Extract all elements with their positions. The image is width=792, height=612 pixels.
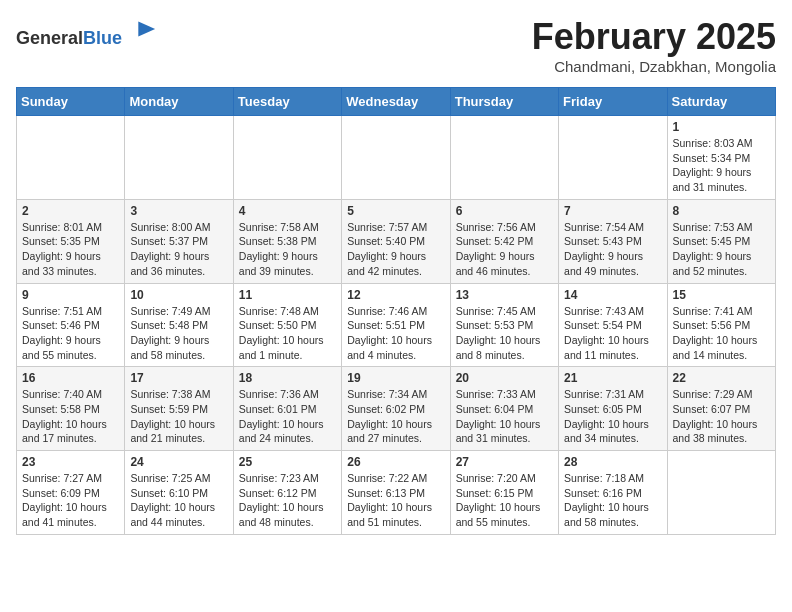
calendar-cell xyxy=(125,116,233,200)
day-number: 11 xyxy=(239,288,336,302)
day-number: 20 xyxy=(456,371,553,385)
weekday-header: Tuesday xyxy=(233,88,341,116)
day-info: Sunrise: 7:20 AM Sunset: 6:15 PM Dayligh… xyxy=(456,471,553,530)
day-number: 4 xyxy=(239,204,336,218)
day-info: Sunrise: 7:25 AM Sunset: 6:10 PM Dayligh… xyxy=(130,471,227,530)
day-info: Sunrise: 8:00 AM Sunset: 5:37 PM Dayligh… xyxy=(130,220,227,279)
calendar-cell xyxy=(17,116,125,200)
day-number: 8 xyxy=(673,204,770,218)
day-number: 7 xyxy=(564,204,661,218)
calendar-cell: 15Sunrise: 7:41 AM Sunset: 5:56 PM Dayli… xyxy=(667,283,775,367)
day-info: Sunrise: 7:57 AM Sunset: 5:40 PM Dayligh… xyxy=(347,220,444,279)
calendar-week-row: 2Sunrise: 8:01 AM Sunset: 5:35 PM Daylig… xyxy=(17,199,776,283)
day-number: 10 xyxy=(130,288,227,302)
day-info: Sunrise: 7:49 AM Sunset: 5:48 PM Dayligh… xyxy=(130,304,227,363)
calendar-cell: 23Sunrise: 7:27 AM Sunset: 6:09 PM Dayli… xyxy=(17,451,125,535)
day-info: Sunrise: 7:43 AM Sunset: 5:54 PM Dayligh… xyxy=(564,304,661,363)
logo: GeneralBlue xyxy=(16,16,157,49)
page-header: GeneralBlue February 2025 Chandmani, Dza… xyxy=(16,16,776,75)
day-info: Sunrise: 7:40 AM Sunset: 5:58 PM Dayligh… xyxy=(22,387,119,446)
day-info: Sunrise: 7:33 AM Sunset: 6:04 PM Dayligh… xyxy=(456,387,553,446)
calendar-cell: 21Sunrise: 7:31 AM Sunset: 6:05 PM Dayli… xyxy=(559,367,667,451)
calendar-cell: 24Sunrise: 7:25 AM Sunset: 6:10 PM Dayli… xyxy=(125,451,233,535)
day-info: Sunrise: 7:36 AM Sunset: 6:01 PM Dayligh… xyxy=(239,387,336,446)
day-info: Sunrise: 7:48 AM Sunset: 5:50 PM Dayligh… xyxy=(239,304,336,363)
title-block: February 2025 Chandmani, Dzabkhan, Mongo… xyxy=(532,16,776,75)
calendar-cell xyxy=(667,451,775,535)
day-info: Sunrise: 7:18 AM Sunset: 6:16 PM Dayligh… xyxy=(564,471,661,530)
calendar-cell: 27Sunrise: 7:20 AM Sunset: 6:15 PM Dayli… xyxy=(450,451,558,535)
day-number: 24 xyxy=(130,455,227,469)
calendar-cell xyxy=(233,116,341,200)
svg-marker-0 xyxy=(138,22,155,37)
calendar-cell: 20Sunrise: 7:33 AM Sunset: 6:04 PM Dayli… xyxy=(450,367,558,451)
day-info: Sunrise: 7:56 AM Sunset: 5:42 PM Dayligh… xyxy=(456,220,553,279)
day-info: Sunrise: 7:45 AM Sunset: 5:53 PM Dayligh… xyxy=(456,304,553,363)
day-info: Sunrise: 7:27 AM Sunset: 6:09 PM Dayligh… xyxy=(22,471,119,530)
day-info: Sunrise: 7:54 AM Sunset: 5:43 PM Dayligh… xyxy=(564,220,661,279)
calendar-week-row: 16Sunrise: 7:40 AM Sunset: 5:58 PM Dayli… xyxy=(17,367,776,451)
month-title: February 2025 xyxy=(532,16,776,58)
calendar-cell: 25Sunrise: 7:23 AM Sunset: 6:12 PM Dayli… xyxy=(233,451,341,535)
calendar-week-row: 9Sunrise: 7:51 AM Sunset: 5:46 PM Daylig… xyxy=(17,283,776,367)
calendar-cell: 2Sunrise: 8:01 AM Sunset: 5:35 PM Daylig… xyxy=(17,199,125,283)
weekday-header: Thursday xyxy=(450,88,558,116)
logo-general: General xyxy=(16,28,83,48)
day-number: 21 xyxy=(564,371,661,385)
calendar-cell: 12Sunrise: 7:46 AM Sunset: 5:51 PM Dayli… xyxy=(342,283,450,367)
calendar-cell: 26Sunrise: 7:22 AM Sunset: 6:13 PM Dayli… xyxy=(342,451,450,535)
day-number: 12 xyxy=(347,288,444,302)
location: Chandmani, Dzabkhan, Mongolia xyxy=(532,58,776,75)
day-info: Sunrise: 7:38 AM Sunset: 5:59 PM Dayligh… xyxy=(130,387,227,446)
day-number: 16 xyxy=(22,371,119,385)
calendar-cell xyxy=(450,116,558,200)
calendar-cell: 1Sunrise: 8:03 AM Sunset: 5:34 PM Daylig… xyxy=(667,116,775,200)
day-info: Sunrise: 7:29 AM Sunset: 6:07 PM Dayligh… xyxy=(673,387,770,446)
day-number: 17 xyxy=(130,371,227,385)
calendar-table: SundayMondayTuesdayWednesdayThursdayFrid… xyxy=(16,87,776,535)
logo-icon xyxy=(129,16,157,44)
day-number: 1 xyxy=(673,120,770,134)
day-number: 19 xyxy=(347,371,444,385)
calendar-cell: 3Sunrise: 8:00 AM Sunset: 5:37 PM Daylig… xyxy=(125,199,233,283)
day-number: 22 xyxy=(673,371,770,385)
day-info: Sunrise: 7:34 AM Sunset: 6:02 PM Dayligh… xyxy=(347,387,444,446)
calendar-week-row: 1Sunrise: 8:03 AM Sunset: 5:34 PM Daylig… xyxy=(17,116,776,200)
calendar-cell: 4Sunrise: 7:58 AM Sunset: 5:38 PM Daylig… xyxy=(233,199,341,283)
calendar-cell: 14Sunrise: 7:43 AM Sunset: 5:54 PM Dayli… xyxy=(559,283,667,367)
day-info: Sunrise: 7:41 AM Sunset: 5:56 PM Dayligh… xyxy=(673,304,770,363)
calendar-header-row: SundayMondayTuesdayWednesdayThursdayFrid… xyxy=(17,88,776,116)
calendar-cell: 19Sunrise: 7:34 AM Sunset: 6:02 PM Dayli… xyxy=(342,367,450,451)
day-info: Sunrise: 7:58 AM Sunset: 5:38 PM Dayligh… xyxy=(239,220,336,279)
day-number: 6 xyxy=(456,204,553,218)
calendar-cell: 5Sunrise: 7:57 AM Sunset: 5:40 PM Daylig… xyxy=(342,199,450,283)
day-info: Sunrise: 8:03 AM Sunset: 5:34 PM Dayligh… xyxy=(673,136,770,195)
calendar-cell xyxy=(342,116,450,200)
day-info: Sunrise: 8:01 AM Sunset: 5:35 PM Dayligh… xyxy=(22,220,119,279)
day-number: 13 xyxy=(456,288,553,302)
weekday-header: Monday xyxy=(125,88,233,116)
calendar-cell: 10Sunrise: 7:49 AM Sunset: 5:48 PM Dayli… xyxy=(125,283,233,367)
calendar-cell: 9Sunrise: 7:51 AM Sunset: 5:46 PM Daylig… xyxy=(17,283,125,367)
day-number: 18 xyxy=(239,371,336,385)
day-number: 28 xyxy=(564,455,661,469)
day-number: 26 xyxy=(347,455,444,469)
day-info: Sunrise: 7:31 AM Sunset: 6:05 PM Dayligh… xyxy=(564,387,661,446)
day-info: Sunrise: 7:51 AM Sunset: 5:46 PM Dayligh… xyxy=(22,304,119,363)
logo-blue: Blue xyxy=(83,28,122,48)
calendar-cell: 18Sunrise: 7:36 AM Sunset: 6:01 PM Dayli… xyxy=(233,367,341,451)
day-number: 25 xyxy=(239,455,336,469)
calendar-cell: 22Sunrise: 7:29 AM Sunset: 6:07 PM Dayli… xyxy=(667,367,775,451)
day-number: 3 xyxy=(130,204,227,218)
weekday-header: Friday xyxy=(559,88,667,116)
day-number: 27 xyxy=(456,455,553,469)
calendar-cell: 7Sunrise: 7:54 AM Sunset: 5:43 PM Daylig… xyxy=(559,199,667,283)
day-info: Sunrise: 7:23 AM Sunset: 6:12 PM Dayligh… xyxy=(239,471,336,530)
day-info: Sunrise: 7:53 AM Sunset: 5:45 PM Dayligh… xyxy=(673,220,770,279)
calendar-cell: 17Sunrise: 7:38 AM Sunset: 5:59 PM Dayli… xyxy=(125,367,233,451)
weekday-header: Saturday xyxy=(667,88,775,116)
calendar-cell: 28Sunrise: 7:18 AM Sunset: 6:16 PM Dayli… xyxy=(559,451,667,535)
weekday-header: Wednesday xyxy=(342,88,450,116)
day-number: 5 xyxy=(347,204,444,218)
day-number: 9 xyxy=(22,288,119,302)
